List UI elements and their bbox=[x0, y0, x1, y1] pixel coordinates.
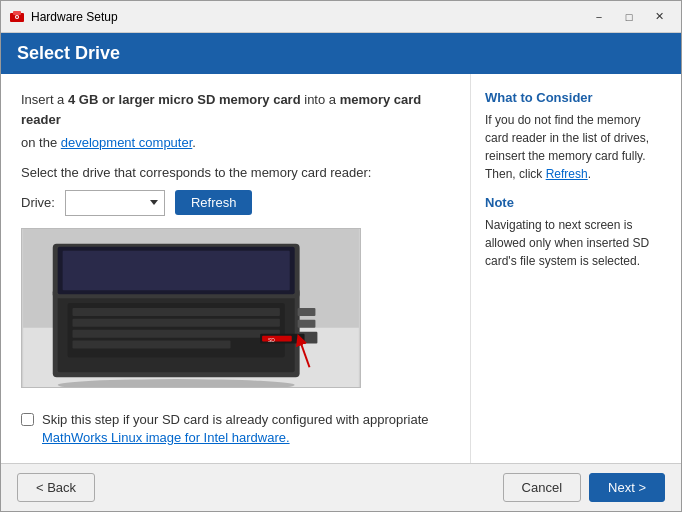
maximize-button[interactable]: □ bbox=[615, 6, 643, 28]
consider-text: If you do not find the memory card reade… bbox=[485, 111, 667, 183]
svg-rect-12 bbox=[73, 340, 231, 348]
consider-title: What to Consider bbox=[485, 90, 667, 105]
footer-right: Cancel Next > bbox=[503, 473, 665, 502]
skip-checkbox-row: Skip this step if your SD card is alread… bbox=[21, 411, 450, 447]
content-area: Insert a 4 GB or larger micro SD memory … bbox=[1, 74, 681, 463]
window-controls: − □ ✕ bbox=[585, 6, 673, 28]
svg-point-3 bbox=[16, 16, 18, 18]
svg-rect-20 bbox=[262, 335, 292, 341]
skip-text: Skip this step if your SD card is alread… bbox=[42, 412, 429, 427]
note-text: Navigating to next screen is allowed onl… bbox=[485, 216, 667, 270]
svg-rect-17 bbox=[298, 319, 316, 327]
svg-rect-1 bbox=[13, 11, 21, 15]
intro-paragraph-2: on the development computer. bbox=[21, 133, 450, 153]
window-title: Hardware Setup bbox=[31, 10, 585, 24]
refresh-button[interactable]: Refresh bbox=[175, 190, 253, 215]
select-prompt: Select the drive that corresponds to the… bbox=[21, 165, 450, 180]
intro-paragraph-1: Insert a 4 GB or larger micro SD memory … bbox=[21, 90, 450, 129]
back-button[interactable]: < Back bbox=[17, 473, 95, 502]
side-panel: What to Consider If you do not find the … bbox=[471, 74, 681, 463]
page-title: Select Drive bbox=[17, 43, 120, 63]
main-panel: Insert a 4 GB or larger micro SD memory … bbox=[1, 74, 471, 463]
footer: < Back Cancel Next > bbox=[1, 463, 681, 511]
drive-label: Drive: bbox=[21, 195, 55, 210]
page-header: Select Drive bbox=[1, 33, 681, 74]
drive-dropdown[interactable] bbox=[65, 190, 165, 216]
svg-rect-10 bbox=[73, 318, 280, 326]
refresh-link: Refresh bbox=[546, 167, 588, 181]
sd-card-image: SD bbox=[21, 228, 361, 388]
next-button[interactable]: Next > bbox=[589, 473, 665, 502]
skip-checkbox[interactable] bbox=[21, 413, 34, 426]
svg-rect-9 bbox=[73, 308, 280, 316]
dev-computer-link: development computer bbox=[61, 135, 193, 150]
svg-rect-15 bbox=[63, 250, 290, 290]
close-button[interactable]: ✕ bbox=[645, 6, 673, 28]
main-window: Hardware Setup − □ ✕ Select Drive Insert… bbox=[0, 0, 682, 512]
svg-rect-11 bbox=[73, 329, 280, 337]
skip-checkbox-label[interactable]: Skip this step if your SD card is alread… bbox=[42, 411, 450, 447]
minimize-button[interactable]: − bbox=[585, 6, 613, 28]
mathworks-link: MathWorks Linux image for Intel hardware… bbox=[42, 430, 290, 445]
cancel-button[interactable]: Cancel bbox=[503, 473, 581, 502]
footer-left: < Back bbox=[17, 473, 95, 502]
svg-rect-16 bbox=[298, 308, 316, 316]
svg-text:SD: SD bbox=[268, 337, 275, 342]
drive-row: Drive: Refresh bbox=[21, 190, 450, 216]
note-title: Note bbox=[485, 195, 667, 210]
app-icon bbox=[9, 9, 25, 25]
title-bar: Hardware Setup − □ ✕ bbox=[1, 1, 681, 33]
